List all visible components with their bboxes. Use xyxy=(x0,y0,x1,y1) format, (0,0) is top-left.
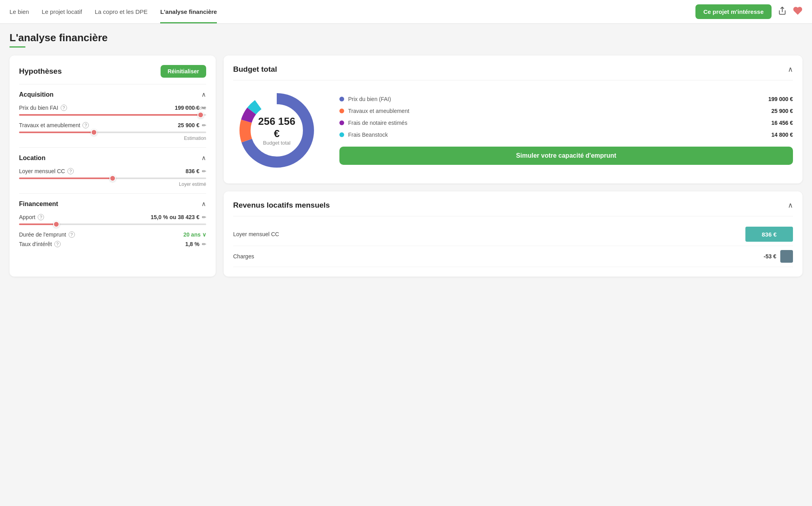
taux-info-icon[interactable]: ? xyxy=(54,241,61,247)
budget-card-header: Budget total ∧ xyxy=(233,65,793,74)
acquisition-title: Acquisition xyxy=(19,91,54,98)
travaux-slider-track xyxy=(19,132,206,133)
acquisition-section-header[interactable]: Acquisition ∧ xyxy=(19,91,206,98)
top-navigation: Le bien Le projet locatif La copro et le… xyxy=(0,0,812,24)
legend-left-notaire: Frais de notaire estimés xyxy=(339,120,407,126)
budget-legend: Prix du bien (FAI) 199 000 € Travaux et … xyxy=(339,96,793,165)
apport-value: 15,0 % ou 38 423 € ✏ xyxy=(151,214,206,220)
legend-value-prix: 199 000 € xyxy=(768,96,793,102)
taux-value: 1,8 % ✏ xyxy=(185,241,206,247)
apport-slider[interactable] xyxy=(19,223,206,225)
acquisition-chevron: ∧ xyxy=(201,91,206,98)
page-title: L'analyse financière xyxy=(10,32,802,44)
prix-fai-slider-track xyxy=(19,114,206,116)
legend-dot-notaire xyxy=(339,120,344,125)
apport-slider-thumb[interactable] xyxy=(53,221,59,227)
loyer-revenue-row: Loyer mensuel CC 836 € xyxy=(233,223,793,246)
duree-row: Durée de l'emprunt ? 20 ans ∨ xyxy=(19,231,206,238)
divider-3 xyxy=(19,193,206,194)
financement-section-header[interactable]: Financement ∧ xyxy=(19,200,206,208)
budget-card-title: Budget total xyxy=(233,65,277,74)
nav-actions: Ce projet m'intéresse xyxy=(695,4,802,19)
donut-label: Budget total xyxy=(255,140,299,146)
nav-tabs: Le bien Le projet locatif La copro et le… xyxy=(10,0,217,23)
tab-bien[interactable]: Le bien xyxy=(10,0,29,23)
duree-select[interactable]: 20 ans ∨ xyxy=(183,231,206,238)
share-button[interactable] xyxy=(778,6,787,17)
taux-edit-icon[interactable]: ✏ xyxy=(202,241,206,247)
taux-label: Taux d'intérêt ? xyxy=(19,241,61,247)
legend-name-prix: Prix du bien (FAI) xyxy=(348,96,391,102)
loyer-revenue-label: Loyer mensuel CC xyxy=(233,231,279,237)
simulate-button[interactable]: Simuler votre capacité d'emprunt xyxy=(339,147,793,165)
travaux-slider[interactable]: Estimation xyxy=(19,132,206,141)
legend-dot-prix xyxy=(339,97,344,101)
page: L'analyse financière Hypothèses Réinitia… xyxy=(0,24,812,285)
travaux-slider-thumb[interactable] xyxy=(91,129,97,136)
duree-info-icon[interactable]: ? xyxy=(69,231,75,238)
share-icon xyxy=(778,6,787,15)
charges-bar-small xyxy=(780,250,793,263)
estimation-label: Estimation xyxy=(19,136,206,141)
loyer-estime-label: Loyer estimé xyxy=(19,181,206,187)
travaux-slider-fill xyxy=(19,132,94,133)
budget-chevron-icon[interactable]: ∧ xyxy=(788,65,793,74)
loyer-slider-thumb[interactable] xyxy=(109,175,116,181)
prix-fai-info-icon[interactable]: ? xyxy=(61,105,67,111)
travaux-row: Travaux et ameublement ? 25 900 € ✏ xyxy=(19,122,206,128)
legend-item-travaux: Travaux et ameublement 25 900 € xyxy=(339,108,793,114)
main-layout: Hypothèses Réinitialiser Acquisition ∧ P… xyxy=(10,55,802,277)
budget-content: 256 156 € Budget total Prix du bien (FAI… xyxy=(233,87,793,174)
reset-button[interactable]: Réinitialiser xyxy=(161,65,206,78)
donut-center: 256 156 € Budget total xyxy=(255,115,299,146)
loyer-bar: 836 € xyxy=(745,227,793,242)
revenus-divider xyxy=(233,216,793,216)
loyer-row: Loyer mensuel CC ? 836 € ✏ xyxy=(19,168,206,174)
heart-icon xyxy=(793,6,802,15)
charges-revenue-row: Charges -53 € xyxy=(233,246,793,267)
tab-copro[interactable]: La copro et les DPE xyxy=(95,0,147,23)
revenus-card-title: Revenus locatifs mensuels xyxy=(233,201,330,210)
location-title: Location xyxy=(19,155,46,162)
legend-dot-travaux xyxy=(339,109,344,113)
left-panel: Hypothèses Réinitialiser Acquisition ∧ P… xyxy=(10,55,216,277)
interest-button[interactable]: Ce projet m'intéresse xyxy=(695,4,772,19)
loyer-value: 836 € ✏ xyxy=(186,168,206,174)
location-section-header[interactable]: Location ∧ xyxy=(19,154,206,162)
tab-analyse[interactable]: L'analyse financière xyxy=(160,0,217,23)
legend-left-prix: Prix du bien (FAI) xyxy=(339,96,391,102)
legend-name-notaire: Frais de notaire estimés xyxy=(348,120,407,126)
loyer-info-icon[interactable]: ? xyxy=(67,168,74,174)
financement-title: Financement xyxy=(19,200,58,208)
donut-chart: 256 156 € Budget total xyxy=(233,87,320,174)
tab-projet[interactable]: Le projet locatif xyxy=(42,0,82,23)
loyer-slider-track xyxy=(19,178,206,179)
loyer-label: Loyer mensuel CC ? xyxy=(19,168,74,174)
favorite-button[interactable] xyxy=(793,6,802,17)
apport-info-icon[interactable]: ? xyxy=(38,214,44,220)
charges-value: -53 € xyxy=(764,253,776,260)
travaux-edit-icon[interactable]: ✏ xyxy=(202,122,206,128)
prix-fai-slider-thumb[interactable] xyxy=(197,112,204,118)
legend-dot-beanstock xyxy=(339,132,344,137)
legend-value-travaux: 25 900 € xyxy=(772,108,793,114)
legend-name-beanstock: Frais Beanstock xyxy=(348,132,388,138)
apport-edit-icon[interactable]: ✏ xyxy=(202,214,206,220)
legend-value-beanstock: 14 800 € xyxy=(772,132,793,138)
apport-label: Apport ? xyxy=(19,214,44,220)
prix-fai-row: Prix du bien FAI ? 199 000 € ✏ xyxy=(19,105,206,111)
travaux-info-icon[interactable]: ? xyxy=(82,122,89,128)
charges-bar-container: -53 € xyxy=(764,250,793,263)
revenus-chevron-icon[interactable]: ∧ xyxy=(788,201,793,210)
prix-fai-label: Prix du bien FAI ? xyxy=(19,105,67,111)
legend-item-notaire: Frais de notaire estimés 16 456 € xyxy=(339,120,793,126)
travaux-value: 25 900 € ✏ xyxy=(178,122,207,128)
legend-left-beanstock: Frais Beanstock xyxy=(339,132,388,138)
loyer-slider[interactable]: Loyer estimé xyxy=(19,178,206,187)
page-title-underline xyxy=(10,46,25,48)
legend-value-notaire: 16 456 € xyxy=(772,120,793,126)
prix-fai-slider[interactable]: Prix affiché xyxy=(19,114,206,116)
loyer-bar-container: 836 € xyxy=(745,227,793,242)
taux-row: Taux d'intérêt ? 1,8 % ✏ xyxy=(19,241,206,247)
loyer-edit-icon[interactable]: ✏ xyxy=(202,168,206,174)
